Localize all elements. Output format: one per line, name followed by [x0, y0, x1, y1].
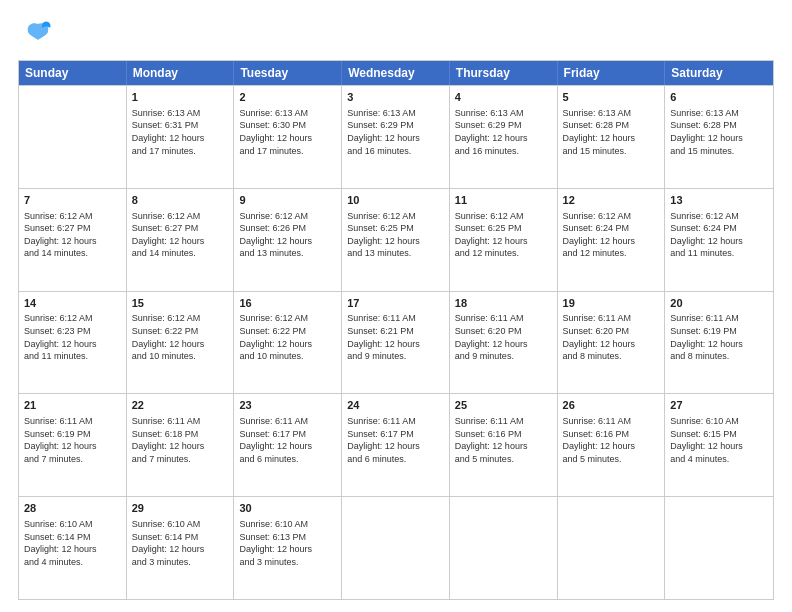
calendar-cell-13: 13Sunrise: 6:12 AM Sunset: 6:24 PM Dayli… — [665, 189, 773, 291]
cell-info: Sunrise: 6:13 AM Sunset: 6:29 PM Dayligh… — [347, 107, 444, 157]
calendar-cell-5: 5Sunrise: 6:13 AM Sunset: 6:28 PM Daylig… — [558, 86, 666, 188]
cell-info: Sunrise: 6:13 AM Sunset: 6:28 PM Dayligh… — [670, 107, 768, 157]
cell-info: Sunrise: 6:11 AM Sunset: 6:18 PM Dayligh… — [132, 415, 229, 465]
cell-info: Sunrise: 6:11 AM Sunset: 6:20 PM Dayligh… — [563, 312, 660, 362]
calendar-row-3: 14Sunrise: 6:12 AM Sunset: 6:23 PM Dayli… — [19, 291, 773, 394]
day-number: 16 — [239, 296, 336, 311]
calendar-cell-20: 20Sunrise: 6:11 AM Sunset: 6:19 PM Dayli… — [665, 292, 773, 394]
cell-info: Sunrise: 6:10 AM Sunset: 6:15 PM Dayligh… — [670, 415, 768, 465]
day-number: 22 — [132, 398, 229, 413]
day-number: 7 — [24, 193, 121, 208]
calendar-cell-22: 22Sunrise: 6:11 AM Sunset: 6:18 PM Dayli… — [127, 394, 235, 496]
cell-info: Sunrise: 6:12 AM Sunset: 6:24 PM Dayligh… — [670, 210, 768, 260]
day-number: 8 — [132, 193, 229, 208]
day-number: 29 — [132, 501, 229, 516]
header-day-wednesday: Wednesday — [342, 61, 450, 85]
day-number: 26 — [563, 398, 660, 413]
calendar-cell-11: 11Sunrise: 6:12 AM Sunset: 6:25 PM Dayli… — [450, 189, 558, 291]
cell-info: Sunrise: 6:13 AM Sunset: 6:28 PM Dayligh… — [563, 107, 660, 157]
day-number: 25 — [455, 398, 552, 413]
day-number: 9 — [239, 193, 336, 208]
header-day-monday: Monday — [127, 61, 235, 85]
calendar-cell-4: 4Sunrise: 6:13 AM Sunset: 6:29 PM Daylig… — [450, 86, 558, 188]
calendar-cell-7: 7Sunrise: 6:12 AM Sunset: 6:27 PM Daylig… — [19, 189, 127, 291]
cell-info: Sunrise: 6:10 AM Sunset: 6:14 PM Dayligh… — [24, 518, 121, 568]
calendar-header: SundayMondayTuesdayWednesdayThursdayFrid… — [19, 61, 773, 85]
calendar-cell-30: 30Sunrise: 6:10 AM Sunset: 6:13 PM Dayli… — [234, 497, 342, 599]
cell-info: Sunrise: 6:10 AM Sunset: 6:13 PM Dayligh… — [239, 518, 336, 568]
cell-info: Sunrise: 6:12 AM Sunset: 6:27 PM Dayligh… — [132, 210, 229, 260]
day-number: 19 — [563, 296, 660, 311]
day-number: 15 — [132, 296, 229, 311]
calendar-cell-empty — [342, 497, 450, 599]
day-number: 4 — [455, 90, 552, 105]
cell-info: Sunrise: 6:11 AM Sunset: 6:19 PM Dayligh… — [24, 415, 121, 465]
calendar-row-2: 7Sunrise: 6:12 AM Sunset: 6:27 PM Daylig… — [19, 188, 773, 291]
header-day-saturday: Saturday — [665, 61, 773, 85]
header-day-tuesday: Tuesday — [234, 61, 342, 85]
day-number: 23 — [239, 398, 336, 413]
cell-info: Sunrise: 6:11 AM Sunset: 6:19 PM Dayligh… — [670, 312, 768, 362]
cell-info: Sunrise: 6:13 AM Sunset: 6:31 PM Dayligh… — [132, 107, 229, 157]
day-number: 2 — [239, 90, 336, 105]
day-number: 27 — [670, 398, 768, 413]
cell-info: Sunrise: 6:13 AM Sunset: 6:29 PM Dayligh… — [455, 107, 552, 157]
calendar: SundayMondayTuesdayWednesdayThursdayFrid… — [18, 60, 774, 600]
calendar-cell-28: 28Sunrise: 6:10 AM Sunset: 6:14 PM Dayli… — [19, 497, 127, 599]
calendar-cell-10: 10Sunrise: 6:12 AM Sunset: 6:25 PM Dayli… — [342, 189, 450, 291]
day-number: 12 — [563, 193, 660, 208]
day-number: 24 — [347, 398, 444, 413]
calendar-cell-15: 15Sunrise: 6:12 AM Sunset: 6:22 PM Dayli… — [127, 292, 235, 394]
cell-info: Sunrise: 6:12 AM Sunset: 6:22 PM Dayligh… — [239, 312, 336, 362]
calendar-cell-8: 8Sunrise: 6:12 AM Sunset: 6:27 PM Daylig… — [127, 189, 235, 291]
cell-info: Sunrise: 6:11 AM Sunset: 6:16 PM Dayligh… — [563, 415, 660, 465]
calendar-row-4: 21Sunrise: 6:11 AM Sunset: 6:19 PM Dayli… — [19, 393, 773, 496]
calendar-cell-29: 29Sunrise: 6:10 AM Sunset: 6:14 PM Dayli… — [127, 497, 235, 599]
day-number: 17 — [347, 296, 444, 311]
cell-info: Sunrise: 6:12 AM Sunset: 6:27 PM Dayligh… — [24, 210, 121, 260]
calendar-cell-27: 27Sunrise: 6:10 AM Sunset: 6:15 PM Dayli… — [665, 394, 773, 496]
day-number: 3 — [347, 90, 444, 105]
calendar-cell-2: 2Sunrise: 6:13 AM Sunset: 6:30 PM Daylig… — [234, 86, 342, 188]
day-number: 20 — [670, 296, 768, 311]
calendar-row-1: 1Sunrise: 6:13 AM Sunset: 6:31 PM Daylig… — [19, 85, 773, 188]
calendar-cell-empty — [450, 497, 558, 599]
calendar-cell-19: 19Sunrise: 6:11 AM Sunset: 6:20 PM Dayli… — [558, 292, 666, 394]
calendar-cell-empty — [558, 497, 666, 599]
cell-info: Sunrise: 6:13 AM Sunset: 6:30 PM Dayligh… — [239, 107, 336, 157]
cell-info: Sunrise: 6:12 AM Sunset: 6:25 PM Dayligh… — [455, 210, 552, 260]
day-number: 13 — [670, 193, 768, 208]
calendar-cell-1: 1Sunrise: 6:13 AM Sunset: 6:31 PM Daylig… — [127, 86, 235, 188]
header-day-friday: Friday — [558, 61, 666, 85]
calendar-cell-26: 26Sunrise: 6:11 AM Sunset: 6:16 PM Dayli… — [558, 394, 666, 496]
cell-info: Sunrise: 6:11 AM Sunset: 6:21 PM Dayligh… — [347, 312, 444, 362]
calendar-row-5: 28Sunrise: 6:10 AM Sunset: 6:14 PM Dayli… — [19, 496, 773, 599]
header — [18, 18, 774, 50]
day-number: 18 — [455, 296, 552, 311]
calendar-cell-25: 25Sunrise: 6:11 AM Sunset: 6:16 PM Dayli… — [450, 394, 558, 496]
calendar-body: 1Sunrise: 6:13 AM Sunset: 6:31 PM Daylig… — [19, 85, 773, 599]
day-number: 14 — [24, 296, 121, 311]
calendar-cell-14: 14Sunrise: 6:12 AM Sunset: 6:23 PM Dayli… — [19, 292, 127, 394]
calendar-cell-empty — [665, 497, 773, 599]
day-number: 28 — [24, 501, 121, 516]
cell-info: Sunrise: 6:12 AM Sunset: 6:22 PM Dayligh… — [132, 312, 229, 362]
day-number: 21 — [24, 398, 121, 413]
calendar-cell-24: 24Sunrise: 6:11 AM Sunset: 6:17 PM Dayli… — [342, 394, 450, 496]
calendar-cell-17: 17Sunrise: 6:11 AM Sunset: 6:21 PM Dayli… — [342, 292, 450, 394]
day-number: 10 — [347, 193, 444, 208]
calendar-cell-3: 3Sunrise: 6:13 AM Sunset: 6:29 PM Daylig… — [342, 86, 450, 188]
header-day-thursday: Thursday — [450, 61, 558, 85]
cell-info: Sunrise: 6:11 AM Sunset: 6:16 PM Dayligh… — [455, 415, 552, 465]
calendar-cell-6: 6Sunrise: 6:13 AM Sunset: 6:28 PM Daylig… — [665, 86, 773, 188]
logo-bird-icon — [22, 18, 54, 50]
cell-info: Sunrise: 6:12 AM Sunset: 6:26 PM Dayligh… — [239, 210, 336, 260]
cell-info: Sunrise: 6:11 AM Sunset: 6:17 PM Dayligh… — [239, 415, 336, 465]
cell-info: Sunrise: 6:12 AM Sunset: 6:23 PM Dayligh… — [24, 312, 121, 362]
header-day-sunday: Sunday — [19, 61, 127, 85]
cell-info: Sunrise: 6:10 AM Sunset: 6:14 PM Dayligh… — [132, 518, 229, 568]
page: SundayMondayTuesdayWednesdayThursdayFrid… — [0, 0, 792, 612]
calendar-cell-empty — [19, 86, 127, 188]
logo — [18, 18, 54, 50]
calendar-cell-16: 16Sunrise: 6:12 AM Sunset: 6:22 PM Dayli… — [234, 292, 342, 394]
